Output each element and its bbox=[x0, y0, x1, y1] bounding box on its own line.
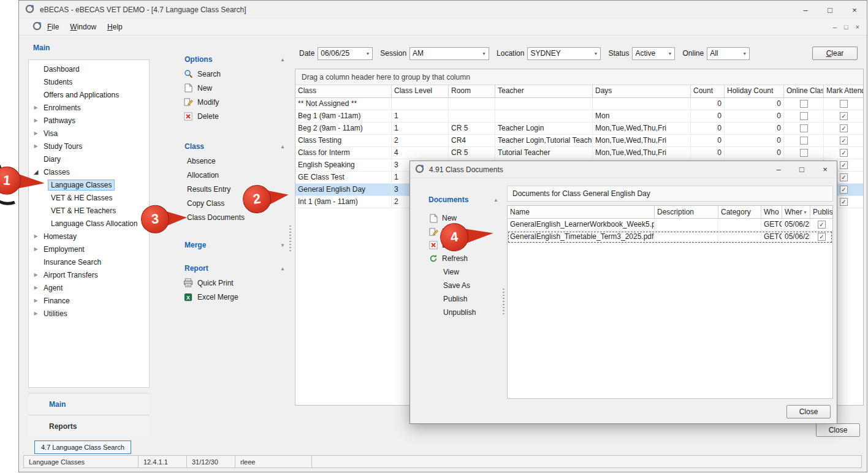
dialog-action-new[interactable]: New bbox=[428, 211, 502, 225]
mdi-close-button[interactable]: × bbox=[856, 23, 859, 31]
action-quick-print[interactable]: Quick Print bbox=[153, 276, 292, 290]
close-button[interactable]: × bbox=[842, 1, 867, 19]
column-header-room[interactable]: Room bbox=[449, 85, 495, 97]
menu-help[interactable]: Help bbox=[102, 21, 128, 33]
column-header-count[interactable]: Count bbox=[691, 85, 725, 97]
group-header-options[interactable]: Options▲ bbox=[153, 52, 292, 67]
online-checkbox[interactable] bbox=[800, 149, 808, 157]
table-row[interactable]: ** Not Assigned **00 bbox=[295, 98, 863, 110]
column-header-holiday-count[interactable]: Holiday Count bbox=[725, 85, 784, 97]
sidebar-item-airport-transfers[interactable]: ▶Airport Transfers bbox=[29, 268, 149, 281]
clear-button[interactable]: Clear bbox=[812, 47, 858, 60]
sidebar-item-insurance-search[interactable]: Insurance Search bbox=[29, 255, 149, 268]
action-new[interactable]: New bbox=[153, 81, 292, 95]
publish-checkbox[interactable]: ✓ bbox=[818, 221, 826, 229]
minimize-button[interactable]: – bbox=[793, 1, 818, 19]
column-header-who[interactable]: Who bbox=[761, 206, 782, 218]
expand-arrow-icon[interactable]: ▶ bbox=[32, 285, 40, 290]
chevron-down-icon[interactable]: ▼ bbox=[479, 51, 489, 56]
chevron-down-icon[interactable]: ▼ bbox=[740, 51, 749, 56]
sidebar-item-employment[interactable]: ▶Employment bbox=[29, 243, 149, 255]
mark-checkbox[interactable]: ✓ bbox=[840, 198, 848, 206]
mark-checkbox[interactable]: ✓ bbox=[840, 112, 848, 120]
sidebar-item-language-classes[interactable]: Language Classes bbox=[29, 178, 149, 191]
dialog-action-publish[interactable]: Publish bbox=[428, 292, 502, 306]
expand-arrow-icon[interactable]: ▶ bbox=[32, 131, 40, 136]
table-row[interactable]: Beg 1 (9am -11am)1Mon00✓ bbox=[295, 110, 863, 123]
action-search[interactable]: Search bbox=[153, 67, 292, 81]
document-row[interactable]: GeneralEnglish_LearnerWorkbook_Week5.pGE… bbox=[508, 219, 832, 231]
dialog-action-delete[interactable]: Delete bbox=[428, 238, 502, 252]
dialog-splitter[interactable] bbox=[501, 216, 507, 388]
sidebar-item-offers-and-applications[interactable]: Offers and Applications bbox=[29, 88, 149, 101]
action-modify[interactable]: Modify bbox=[153, 95, 292, 109]
table-row[interactable]: Beg 2 (9am - 11am)1CR 5Teacher LoginMon,… bbox=[295, 123, 863, 135]
action-results-entry[interactable]: Results Entry bbox=[153, 182, 292, 196]
maximize-button[interactable]: □ bbox=[818, 1, 842, 19]
expand-arrow-icon[interactable]: ▼ bbox=[280, 243, 285, 248]
expand-arrow-icon[interactable]: ▶ bbox=[32, 118, 40, 123]
sidebar-item-vet-he-classes[interactable]: VET & HE Classes bbox=[29, 191, 149, 204]
mark-checkbox[interactable]: ✓ bbox=[840, 137, 848, 145]
sidebar-item-students[interactable]: Students bbox=[29, 75, 149, 88]
column-header-wher[interactable]: Wher▼ bbox=[782, 206, 810, 218]
session-select[interactable]: AM ▼ bbox=[409, 47, 489, 60]
menu-window[interactable]: Window bbox=[64, 21, 102, 33]
dialog-action-unpublish[interactable]: Unpublish bbox=[428, 306, 502, 319]
sidebar-item-study-tours[interactable]: ▶Study Tours bbox=[29, 140, 149, 153]
column-header-name[interactable]: Name bbox=[508, 206, 655, 218]
collapse-arrow-icon[interactable]: ◢ bbox=[32, 168, 40, 175]
column-header-mark-attend[interactable]: Mark Attend bbox=[824, 85, 864, 97]
date-input[interactable]: 06/06/25 ▼ bbox=[318, 47, 373, 60]
action-allocation[interactable]: Allocation bbox=[153, 168, 292, 182]
expand-arrow-icon[interactable]: ▶ bbox=[32, 246, 40, 252]
column-header-teacher[interactable]: Teacher bbox=[495, 85, 593, 97]
dialog-action-modify[interactable]: Modify bbox=[428, 225, 502, 238]
online-checkbox[interactable] bbox=[800, 112, 808, 120]
expand-arrow-icon[interactable]: ▶ bbox=[32, 105, 40, 110]
dialog-close-button[interactable]: Close bbox=[786, 405, 831, 418]
nav-group-main[interactable]: Main bbox=[28, 393, 150, 415]
action-delete[interactable]: Delete bbox=[153, 109, 292, 123]
expand-arrow-icon[interactable]: ▶ bbox=[32, 233, 40, 239]
action-excel-merge[interactable]: XExcel Merge bbox=[153, 290, 292, 304]
sidebar-item-visa[interactable]: ▶Visa bbox=[29, 127, 149, 140]
column-header-description[interactable]: Description bbox=[655, 206, 718, 218]
tab-language-class-search[interactable]: 4.7 Language Class Search bbox=[34, 441, 131, 454]
sidebar-item-agent[interactable]: ▶Agent bbox=[29, 281, 149, 294]
publish-checkbox[interactable]: ✓ bbox=[818, 233, 826, 241]
chevron-down-icon[interactable]: ▼ bbox=[591, 51, 600, 56]
mark-checkbox[interactable]: ✓ bbox=[840, 186, 848, 194]
column-header-publish[interactable]: Publish bbox=[810, 206, 833, 218]
dialog-action-view[interactable]: View bbox=[428, 265, 502, 279]
group-header-class[interactable]: Class▲ bbox=[153, 139, 292, 154]
sidebar-item-homestay[interactable]: ▶Homestay bbox=[29, 230, 149, 243]
action-copy-class[interactable]: Copy Class bbox=[153, 196, 292, 210]
mark-checkbox[interactable]: ✓ bbox=[840, 161, 848, 169]
dialog-minimize-button[interactable]: – bbox=[767, 161, 790, 178]
online-checkbox[interactable] bbox=[800, 100, 808, 108]
location-select[interactable]: SYDNEY ▼ bbox=[527, 47, 601, 60]
collapse-arrow-icon[interactable]: ▲ bbox=[280, 57, 285, 62]
sidebar-item-finance[interactable]: ▶Finance bbox=[29, 294, 149, 307]
dialog-action-refresh[interactable]: Refresh bbox=[428, 252, 502, 265]
document-row[interactable]: GeneralEnglish_Timetable_Term3_2025.pdfG… bbox=[508, 231, 832, 243]
panel-splitter[interactable] bbox=[287, 41, 294, 437]
mark-checkbox[interactable]: ✓ bbox=[840, 173, 848, 181]
table-row[interactable]: Class for Interm4CR 5Tutorial TeacherMon… bbox=[295, 147, 863, 159]
sidebar-item-classes[interactable]: ◢Classes bbox=[29, 165, 149, 178]
chevron-down-icon[interactable]: ▼ bbox=[665, 51, 674, 56]
mark-checkbox[interactable]: ✓ bbox=[840, 149, 848, 157]
collapse-arrow-icon[interactable]: ▲ bbox=[280, 144, 285, 149]
sidebar-item-enrolments[interactable]: ▶Enrolments bbox=[29, 101, 149, 114]
column-header-days[interactable]: Days bbox=[593, 85, 691, 97]
dialog-action-save-as[interactable]: Save As bbox=[428, 279, 502, 292]
group-header-merge[interactable]: Merge▼ bbox=[153, 238, 292, 252]
online-checkbox[interactable] bbox=[800, 137, 808, 145]
mark-checkbox[interactable]: ✓ bbox=[840, 124, 848, 132]
sidebar-item-pathways[interactable]: ▶Pathways bbox=[29, 114, 149, 127]
column-header-online-class[interactable]: Online Class bbox=[784, 85, 824, 97]
mark-checkbox[interactable] bbox=[840, 100, 848, 108]
table-row[interactable]: Class Testing2CR4Teacher Login,Tutorial … bbox=[295, 135, 863, 147]
nav-group-reports[interactable]: Reports bbox=[28, 415, 150, 437]
